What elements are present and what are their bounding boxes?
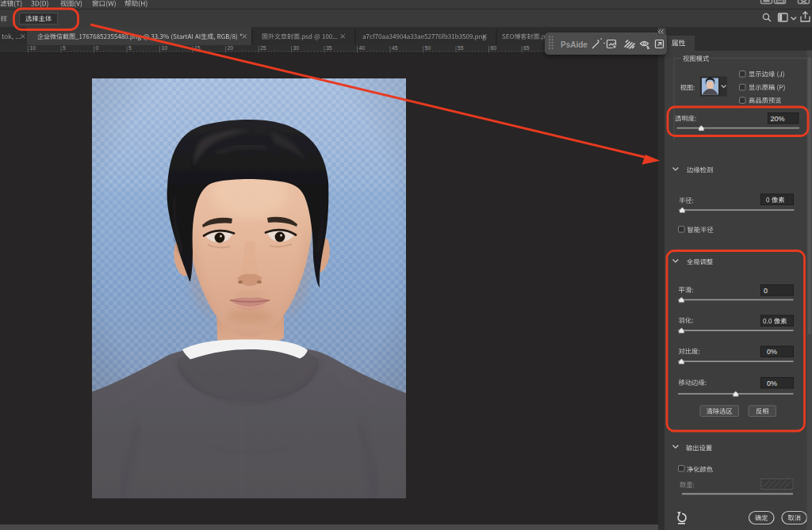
svg-text:20%: 20% (771, 115, 785, 123)
svg-text:0%: 0% (767, 348, 777, 356)
svg-text:0%: 0% (767, 379, 777, 387)
svg-text:0: 0 (764, 287, 768, 295)
